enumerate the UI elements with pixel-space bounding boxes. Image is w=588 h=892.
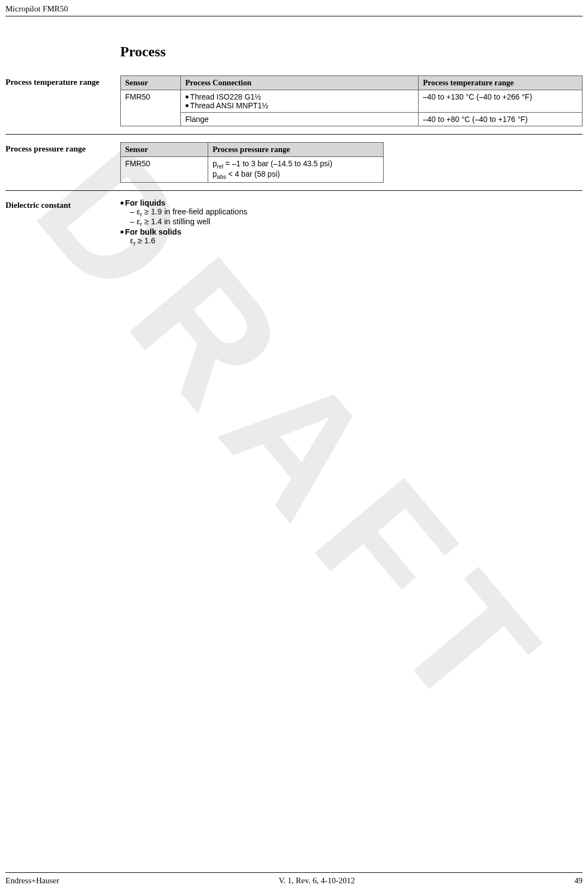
txt: = –1 to 3 bar (–14.5 to 43.5 psi) xyxy=(223,159,332,168)
table-row: FMR50 prel = –1 to 3 bar (–14.5 to 43.5 … xyxy=(121,157,384,183)
txt: ≥ 1.4 in stilling well xyxy=(142,217,210,226)
cell-range: –40 to +80 °C (–40 to +176 °F) xyxy=(419,113,583,126)
sidehead-temperature: Process temperature range xyxy=(5,75,120,87)
footer-right: 49 xyxy=(574,876,583,885)
table-row: Sensor Process pressure range xyxy=(121,143,384,157)
section-rule xyxy=(5,190,583,191)
list-item: For bulk solids xyxy=(120,228,583,236)
txt: < 4 bar (58 psi) xyxy=(226,170,280,178)
list-item: εr ≥ 1.4 in stilling well xyxy=(130,217,583,228)
footer-left: Endress+Hauser xyxy=(5,876,59,885)
txt: ≥ 1.9 in free-field applications xyxy=(142,207,248,216)
list-item: For liquids xyxy=(120,199,583,207)
footer-center: V. 1, Rev. 6, 4-10-2012 xyxy=(279,876,355,885)
page-header: Micropilot FMR50 xyxy=(5,4,583,16)
solids-value: εr ≥ 1.6 xyxy=(120,236,583,247)
txt: p xyxy=(213,170,217,178)
cell-range: –40 to +130 °C (–40 to +266 °F) xyxy=(419,90,583,113)
cell-range: prel = –1 to 3 bar (–14.5 to 43.5 psi) p… xyxy=(208,157,384,183)
row-dielectric: Dielectric constant For liquids εr ≥ 1.9… xyxy=(5,199,583,247)
content-area: Process Process temperature range Sensor… xyxy=(5,44,583,251)
footer-rule xyxy=(5,872,583,873)
table-row: Sensor Process Connection Process temper… xyxy=(121,76,583,90)
list-item: Thread ANSI MNPT1½ xyxy=(185,101,414,110)
th-sensor: Sensor xyxy=(121,143,208,157)
section-title: Process xyxy=(120,44,583,60)
conn-text: Thread ANSI MNPT1½ xyxy=(190,101,268,110)
sub: abs xyxy=(217,173,226,180)
table-pressure: Sensor Process pressure range FMR50 prel… xyxy=(120,142,384,183)
th-range: Process temperature range xyxy=(419,76,583,90)
label-liquids: For liquids xyxy=(125,199,166,207)
table-row: Flange –40 to +80 °C (–40 to +176 °F) xyxy=(121,113,583,126)
list-item: Thread ISO228 G1½ xyxy=(185,92,414,101)
table-temperature: Sensor Process Connection Process temper… xyxy=(120,75,583,126)
conn-text: Thread ISO228 G1½ xyxy=(190,92,261,101)
sidehead-dielectric: Dielectric constant xyxy=(5,199,120,210)
header-product: Micropilot FMR50 xyxy=(5,4,68,13)
cell-connection: Flange xyxy=(181,113,419,126)
th-sensor: Sensor xyxy=(121,76,181,90)
sidehead-pressure: Process pressure range xyxy=(5,142,120,154)
list-item: εr ≥ 1.9 in free-field applications xyxy=(130,207,583,218)
cell-connection: Thread ISO228 G1½ Thread ANSI MNPT1½ xyxy=(181,90,419,113)
cell-sensor: FMR50 xyxy=(121,157,208,183)
header-rule xyxy=(5,16,583,16)
row-pressure: Process pressure range Sensor Process pr… xyxy=(5,142,583,183)
label-solids: For bulk solids xyxy=(125,228,181,236)
page-footer: Endress+Hauser V. 1, Rev. 6, 4-10-2012 4… xyxy=(5,872,583,885)
sub: rel xyxy=(217,163,224,170)
table-row: FMR50 Thread ISO228 G1½ Thread ANSI MNPT… xyxy=(121,90,583,113)
th-connection: Process Connection xyxy=(181,76,419,90)
section-rule xyxy=(5,134,583,135)
th-range: Process pressure range xyxy=(208,143,384,157)
txt: p xyxy=(213,159,217,168)
row-temperature: Process temperature range Sensor Process… xyxy=(5,75,583,126)
txt: ≥ 1.6 xyxy=(136,236,155,245)
cell-sensor: FMR50 xyxy=(121,90,181,126)
